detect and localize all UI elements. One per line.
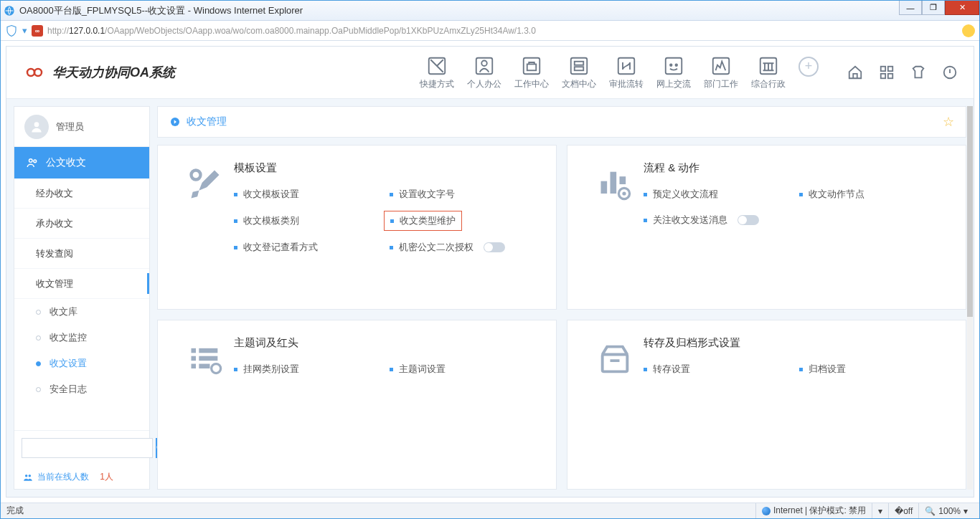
svg-rect-36 xyxy=(199,356,217,361)
close-button[interactable]: ✕ xyxy=(945,1,979,15)
lnk-subject-0[interactable]: 挂网类别设置 xyxy=(234,363,382,376)
lnk-template-0[interactable]: 收文模板设置 xyxy=(234,188,382,201)
nav-work[interactable]: 工作中心 xyxy=(514,55,549,90)
sidebar-item-3[interactable]: 收文管理 xyxy=(14,269,149,299)
main-content: 收文管理 ☆ 模板设置 收文模板设置 设置收文字号 xyxy=(157,106,966,490)
sidebar-item-0[interactable]: 经办收文 xyxy=(14,178,149,209)
vertical-scrollbar[interactable] xyxy=(967,106,973,490)
tools-icon xyxy=(187,166,224,203)
arrow-circle-icon xyxy=(169,116,181,128)
svg-rect-8 xyxy=(575,67,584,70)
svg-rect-40 xyxy=(603,355,628,372)
sidebar-sub-0[interactable]: 收文库 xyxy=(14,299,149,325)
status-internet[interactable]: Internet | 保护模式: 禁用 xyxy=(755,503,872,518)
status-zoom-dec[interactable]: �off xyxy=(888,503,918,518)
app-header: 华天动力协同OA系统 快捷方式 个人办公 工作中心 文档中心 审批流转 网上交流… xyxy=(6,47,974,99)
user-box: 管理员 xyxy=(14,107,149,147)
dropdown-icon[interactable]: ▾ xyxy=(22,25,27,36)
nav-quick[interactable]: 快捷方式 xyxy=(420,55,454,90)
status-zoom[interactable]: 🔍 100% ▾ xyxy=(918,503,974,518)
svg-point-32 xyxy=(622,191,626,195)
shirt-icon[interactable] xyxy=(910,65,926,80)
svg-rect-29 xyxy=(611,172,617,194)
search-input[interactable] xyxy=(22,438,153,458)
svg-rect-35 xyxy=(192,356,197,361)
nav-online[interactable]: 网上交流 xyxy=(656,55,691,90)
svg-point-11 xyxy=(670,64,672,66)
card-title: 主题词及红头 xyxy=(234,336,537,350)
svg-rect-10 xyxy=(666,57,682,74)
lnk-flow-1[interactable]: 收文动作节点 xyxy=(799,188,948,201)
nav-approve[interactable]: 审批流转 xyxy=(609,55,644,90)
svg-rect-38 xyxy=(199,364,209,369)
svg-rect-30 xyxy=(620,176,626,184)
maximize-button[interactable]: ❐ xyxy=(922,1,945,15)
lnk-flow-0[interactable]: 预定义收文流程 xyxy=(644,188,792,201)
svg-rect-33 xyxy=(192,348,197,353)
lnk-archive-0[interactable]: 转存设置 xyxy=(644,363,792,376)
nav-admin[interactable]: 综合行政 xyxy=(751,55,786,90)
sidebar-item-2[interactable]: 转发查阅 xyxy=(14,239,149,269)
sidebar: 管理员 公文收文 经办收文 承办收文 转发查阅 收文管理 收文库 收文监控 收文… xyxy=(14,106,150,490)
avatar xyxy=(24,115,49,139)
lnk-archive-1[interactable]: 归档设置 xyxy=(799,363,948,376)
site-favicon: ∞ xyxy=(32,25,43,37)
svg-point-25 xyxy=(29,474,32,477)
svg-rect-16 xyxy=(888,67,892,71)
svg-point-12 xyxy=(676,64,678,66)
minimize-button[interactable]: — xyxy=(899,1,922,15)
sidebar-item-1[interactable]: 承办收文 xyxy=(14,209,149,239)
card-flow: 流程 & 动作 预定义收文流程 收文动作节点 关注收文发送消息 xyxy=(567,145,966,310)
sidebar-sub-1[interactable]: 收文监控 xyxy=(14,325,149,351)
svg-point-27 xyxy=(192,171,201,180)
svg-rect-37 xyxy=(192,364,197,369)
lnk-template-1[interactable]: 设置收文字号 xyxy=(390,188,538,201)
lnk-template-4[interactable]: 收文登记查看方式 xyxy=(234,241,382,254)
svg-point-24 xyxy=(25,474,28,477)
archive-icon xyxy=(596,341,633,378)
shield-icon[interactable] xyxy=(5,24,18,37)
globe-icon xyxy=(762,507,771,515)
chart-gear-icon xyxy=(596,166,633,203)
svg-rect-6 xyxy=(571,57,588,74)
lnk-template-3[interactable]: 收文类型维护 xyxy=(384,211,462,231)
sidebar-sub-3[interactable]: 安全日志 xyxy=(14,376,149,402)
svg-rect-28 xyxy=(601,181,608,194)
nav-doc[interactable]: 文档中心 xyxy=(562,55,596,90)
users-icon xyxy=(26,156,39,169)
ie-icon xyxy=(4,5,15,16)
nav-personal[interactable]: 个人办公 xyxy=(467,55,501,90)
card-archive: 转存及归档形式设置 转存设置 归档设置 xyxy=(567,320,966,490)
sidebar-main[interactable]: 公文收文 xyxy=(14,147,149,178)
people-icon xyxy=(23,472,33,482)
lnk-template-5[interactable]: 机密公文二次授权 xyxy=(390,241,538,254)
lnk-template-2[interactable]: 收文模板类别 xyxy=(234,214,382,228)
sidebar-search xyxy=(14,430,149,465)
status-left: 完成 xyxy=(6,505,24,517)
card-title: 转存及归档形式设置 xyxy=(644,336,947,350)
smiley-icon[interactable] xyxy=(962,24,975,37)
online-count: 当前在线人数 1人 xyxy=(14,465,149,489)
lnk-flow-2[interactable]: 关注收文发送消息 xyxy=(644,214,792,227)
sidebar-sub-2[interactable]: 收文设置 xyxy=(14,351,149,376)
power-icon[interactable] xyxy=(942,65,958,80)
toggle-secret-auth[interactable] xyxy=(484,242,505,252)
toggle-follow-msg[interactable] xyxy=(738,215,759,225)
svg-rect-7 xyxy=(575,61,584,65)
nav-dept[interactable]: 部门工作 xyxy=(704,55,738,90)
top-nav: 快捷方式 个人办公 工作中心 文档中心 审批流转 网上交流 部门工作 综合行政 … xyxy=(420,55,819,90)
home-icon[interactable] xyxy=(847,65,863,80)
logo: 华天动力协同OA系统 xyxy=(22,64,175,81)
status-protected-mode-toggle[interactable]: ▾ xyxy=(872,503,888,518)
apps-icon[interactable] xyxy=(879,65,895,80)
star-icon[interactable]: ☆ xyxy=(943,114,954,130)
svg-point-3 xyxy=(481,60,487,66)
window-titlebar: OA8000平台版_FPLMYSQL5--收文设置 - Windows Inte… xyxy=(1,1,979,21)
lnk-subject-1[interactable]: 主题词设置 xyxy=(390,363,538,376)
svg-point-20 xyxy=(34,122,39,127)
svg-rect-5 xyxy=(527,64,537,70)
card-template: 模板设置 收文模板设置 设置收文字号 收文模板类别 收文类型维护 收文登记查看方… xyxy=(157,145,557,310)
window-title: OA8000平台版_FPLMYSQL5--收文设置 - Windows Inte… xyxy=(19,4,303,17)
nav-add-button[interactable]: + xyxy=(798,57,819,77)
url-text[interactable]: http://127.0.0.1/OAapp/WebObjects/OAapp.… xyxy=(47,26,958,36)
